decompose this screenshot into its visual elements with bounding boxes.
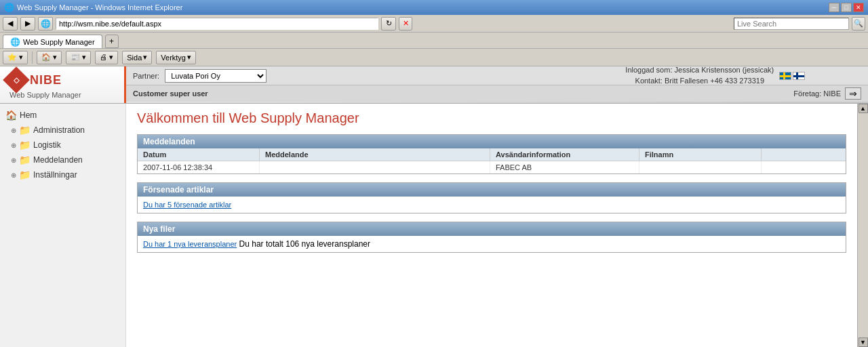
cell-datum: 2007-11-06 12:38:34 [138, 161, 260, 174]
restore-button[interactable]: □ [841, 3, 852, 12]
ie-icon: 🌐 [4, 3, 14, 12]
company-label: Företag: NIBE [793, 89, 841, 98]
sidebar-item-label-home: Hem [20, 110, 37, 120]
sidebar-item-label-logistik: Logistik [33, 140, 61, 150]
tools-button[interactable]: Verktyg ▾ [156, 51, 196, 64]
tools-label: Verktyg [161, 54, 186, 62]
sidebar-item-installningar[interactable]: ⊕ 📁 Inställningar [0, 167, 125, 182]
nibe-logo-inner: ◇ [14, 76, 19, 85]
forsenade-link[interactable]: Du har 5 försenade artiklar [143, 201, 231, 209]
app-header: ◇ NIBE Web Supply Manager Partner: Luvat… [0, 66, 868, 104]
sidebar-item-meddelanden[interactable]: ⊕ 📁 Meddelanden [0, 152, 125, 167]
new-tab-button[interactable]: + [105, 35, 119, 48]
expand-icon-admin: ⊕ [11, 127, 16, 134]
col-meddelande: Meddelande [260, 148, 490, 161]
col-avsandar: Avsändarinformation [490, 148, 639, 161]
close-button[interactable]: ✕ [853, 3, 864, 12]
section-header-forsenade: Försenade artiklar [138, 183, 846, 197]
nibe-brand-text: NIBE [30, 73, 62, 87]
flag-finland[interactable] [793, 72, 805, 80]
cell-avsandar: FABEC AB [490, 161, 639, 174]
nibe-diamond-icon: ◇ [3, 66, 30, 94]
toolbar-separator [32, 52, 33, 64]
wsm-subtitle: Web Supply Manager [9, 91, 81, 99]
folder-icon-admin: 📁 [19, 125, 31, 136]
app-container: ◇ NIBE Web Supply Manager Partner: Luvat… [0, 66, 868, 347]
user-bar: Customer super user Företag: NIBE ⇒ [126, 85, 868, 102]
cell-meddelande [260, 161, 490, 174]
sidebar-item-logistik[interactable]: ⊕ 📁 Logistik [0, 138, 125, 152]
section-meddelanden: Meddelanden Datum Meddelande Avsändarinf… [137, 134, 846, 174]
nibe-logo: ◇ NIBE [7, 70, 62, 89]
user-line2: Kontakt: Britt Fallesen +46 433 273319 [635, 77, 765, 85]
cell-filnamn [639, 161, 762, 174]
expand-icon-installningar: ⊕ [11, 171, 16, 179]
forward-button[interactable]: ▶ [20, 17, 35, 30]
section-header-meddelanden: Meddelanden [138, 135, 846, 148]
title-bar-text: Web Supply Manager - Windows Internet Ex… [17, 3, 829, 12]
section-content-forsenade: Du har 5 försenade artiklar [138, 197, 846, 213]
home-toolbar-button[interactable]: 🏠 ▾ [37, 51, 62, 64]
sidebar-item-label-installningar: Inställningar [33, 170, 77, 180]
company-info: Företag: NIBE ⇒ [793, 87, 861, 100]
col-datum: Datum [138, 148, 260, 161]
col-filnamn: Filnamn [639, 148, 762, 161]
logo-area: ◇ NIBE Web Supply Manager [0, 66, 126, 103]
scroll-indicator: ▲ ▼ [857, 104, 868, 347]
address-input[interactable] [56, 18, 378, 30]
nya-filer-extra: Du har totalt 106 nya leveransplaner [237, 239, 370, 249]
title-bar: 🌐 Web Supply Manager - Windows Internet … [0, 0, 868, 15]
feeds-button[interactable]: 📰 ▾ [66, 51, 91, 64]
sidebar-item-label-admin: Administration [33, 125, 85, 135]
partner-select[interactable]: Luvata Pori Oy [165, 69, 267, 83]
flag-sweden[interactable] [779, 72, 791, 80]
folder-icon-meddelanden: 📁 [19, 155, 31, 165]
nya-filer-link[interactable]: Du har 1 nya leveransplaner [143, 240, 237, 248]
sidebar-item-home[interactable]: 🏠 Hem [0, 108, 125, 123]
sidebar-item-administration[interactable]: ⊕ 📁 Administration [0, 123, 125, 138]
expand-icon-meddelanden: ⊕ [11, 157, 16, 164]
stop-button[interactable]: ✕ [399, 17, 412, 30]
table-header-row: Datum Meddelande Avsändarinformation Fil… [138, 148, 846, 161]
section-content-meddelanden: Datum Meddelande Avsändarinformation Fil… [138, 148, 846, 174]
minimize-button[interactable]: ─ [829, 3, 840, 12]
section-content-nya-filer: Du har 1 nya leveransplaner Du har total… [138, 236, 846, 252]
section-header-nya-filer: Nya filer [138, 222, 846, 236]
print-button[interactable]: 🖨 ▾ [95, 51, 118, 64]
folder-icon-logistik: 📁 [19, 140, 31, 150]
back-button[interactable]: ◀ [3, 17, 18, 30]
favorites-button[interactable]: ⭐ ▾ [3, 51, 28, 64]
tab-wsm[interactable]: 🌐 Web Supply Manager [3, 35, 102, 48]
partner-bar: Partner: Luvata Pori Oy Inloggad som: Je… [126, 66, 868, 85]
user-info: Inloggad som: Jessica Kristensson (jessi… [570, 66, 861, 86]
company-nav-button[interactable]: ⇒ [845, 87, 861, 100]
section-nya-filer: Nya filer Du har 1 nya leveransplaner Du… [137, 222, 846, 253]
scroll-down-button[interactable]: ▼ [859, 338, 868, 347]
page-label: Sida [127, 54, 142, 62]
main-area: 🏠 Hem ⊕ 📁 Administration ⊕ 📁 Logistik ⊕ … [0, 104, 868, 347]
address-icon: 🌐 [38, 17, 53, 30]
home-icon: 🏠 [5, 110, 17, 121]
page-title: Välkommen till Web Supply Manager [137, 110, 846, 126]
tab-label: Web Supply Manager [23, 38, 95, 46]
user-line1: Inloggad som: Jessica Kristensson (jessi… [625, 66, 774, 74]
app-header-right: Partner: Luvata Pori Oy Inloggad som: Je… [126, 66, 868, 103]
user-role: Customer super user [133, 89, 208, 98]
window-controls: ─ □ ✕ [829, 3, 864, 12]
browser-toolbar: ⭐ ▾ 🏠 ▾ 📰 ▾ 🖨 ▾ Sida ▾ Verktyg ▾ [0, 49, 868, 66]
content-area: Välkommen till Web Supply Manager Meddel… [126, 104, 857, 347]
sidebar: 🏠 Hem ⊕ 📁 Administration ⊕ 📁 Logistik ⊕ … [0, 104, 126, 347]
tab-icon: 🌐 [10, 37, 20, 47]
search-input[interactable] [734, 18, 849, 30]
sidebar-item-label-meddelanden: Meddelanden [33, 155, 83, 165]
refresh-button[interactable]: ↻ [381, 17, 396, 30]
folder-icon-installningar: 📁 [19, 169, 31, 180]
search-button[interactable]: 🔍 [852, 17, 865, 30]
address-bar: ◀ ▶ 🌐 ↻ ✕ 🔍 [0, 15, 868, 33]
page-button[interactable]: Sida ▾ [122, 51, 152, 64]
section-forsenade: Försenade artiklar Du har 5 försenade ar… [137, 182, 846, 213]
flag-icons [779, 72, 805, 80]
scroll-up-button[interactable]: ▲ [859, 104, 868, 113]
table-row: 2007-11-06 12:38:34 FABEC AB [138, 161, 846, 174]
tabs-bar: 🌐 Web Supply Manager + [0, 33, 868, 49]
